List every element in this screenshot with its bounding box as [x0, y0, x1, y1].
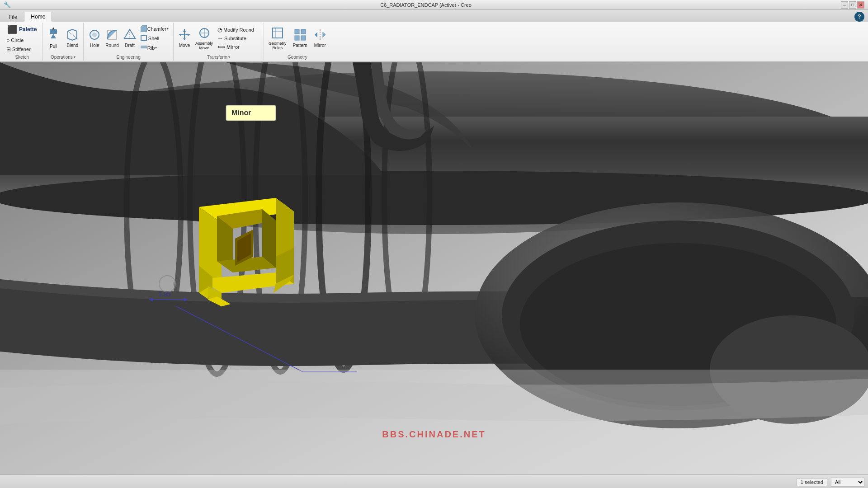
ribbon-tabs: File Home ?: [0, 10, 868, 22]
ribbon-content: ⬛ Palette ○ Circle ⊟ Stiffener Sketch: [0, 22, 868, 61]
close-button[interactable]: ✕: [857, 1, 864, 9]
geometry-rules-button[interactable]: GeometryRules: [267, 26, 288, 51]
draft-button[interactable]: Draft: [122, 28, 138, 49]
pull-label: Pull: [50, 44, 57, 49]
svg-rect-29: [295, 36, 299, 40]
titlebar-title: C6_RADIATOR_ENDCAP (Active) - Creo: [11, 2, 841, 8]
sketch-group-label[interactable]: Sketch: [5, 54, 39, 61]
engineering-group-label[interactable]: Engineering: [86, 54, 170, 61]
svg-marker-18: [183, 38, 186, 40]
rib-icon: [141, 44, 147, 52]
svg-rect-27: [295, 29, 299, 34]
stiffener-label: Stiffener: [12, 47, 31, 52]
geometry-rules-label: GeometryRules: [269, 41, 287, 50]
pattern-icon: [294, 28, 307, 42]
ribbon-group-transform: Move AssemblyMove ◔ Modify Round ↔: [174, 23, 264, 61]
round-icon: [106, 28, 118, 42]
geometry-group-label[interactable]: Geometry: [267, 54, 328, 61]
svg-rect-30: [301, 36, 306, 40]
draft-label: Draft: [125, 43, 135, 48]
svg-text:Minor: Minor: [231, 109, 251, 117]
pull-button[interactable]: Pull: [45, 27, 61, 50]
minimize-button[interactable]: ─: [841, 1, 848, 9]
svg-marker-33: [323, 32, 326, 38]
svg-marker-11: [141, 25, 147, 32]
svg-marker-32: [315, 32, 317, 38]
svg-marker-3: [52, 28, 55, 29]
mirror-geometry-button[interactable]: Mirror: [312, 28, 328, 49]
mirror-geometry-label: Mirror: [314, 43, 326, 48]
modify-round-icon: ◔: [217, 27, 222, 33]
svg-marker-19: [179, 33, 181, 36]
circle-button[interactable]: ○ Circle: [5, 36, 25, 44]
ribbon-group-geometry: GeometryRules Pattern Mirror Geometry: [264, 23, 331, 61]
titlebar-app-icon: 🔧: [4, 1, 11, 8]
ribbon-group-operations: Pull Blend Operations ▾: [42, 23, 84, 61]
svg-rect-24: [273, 28, 283, 38]
mirror-geometry-icon: [314, 28, 326, 42]
svg-line-5: [68, 31, 77, 38]
chamfer-button[interactable]: Chamfer ▾: [139, 24, 170, 33]
pattern-label: Pattern: [293, 43, 307, 48]
circle-label: Circle: [11, 38, 24, 43]
svg-marker-17: [183, 29, 186, 32]
pull-icon: [47, 28, 60, 43]
rib-dropdown-arrow: ▾: [155, 46, 157, 50]
tab-file[interactable]: File: [2, 12, 24, 22]
svg-marker-20: [188, 33, 190, 36]
round-label: Round: [105, 43, 118, 48]
shell-button[interactable]: Shell: [139, 34, 170, 43]
minor-label: Minor: [226, 105, 276, 121]
scene-svg: 1.95 Minor BBS.CHINADE.NET: [0, 62, 868, 474]
svg-marker-1: [51, 34, 56, 38]
viewport[interactable]: 1.95 Minor BBS.CHINADE.NET: [0, 62, 868, 474]
move-label: Move: [179, 43, 190, 48]
geometry-rules-icon: [271, 27, 284, 40]
ribbon: File Home ? ⬛ Palette ○ Circle ⊟ Stiffen…: [0, 10, 868, 62]
transform-group-label[interactable]: Transform ▾: [176, 54, 261, 61]
svg-rect-0: [50, 29, 57, 34]
assembly-move-label: AssemblyMove: [195, 41, 213, 50]
palette-button[interactable]: ⬛ Palette: [5, 23, 39, 35]
draft-icon: [123, 28, 136, 42]
palette-label: Palette: [19, 26, 37, 33]
blend-button[interactable]: Blend: [64, 28, 80, 49]
tab-home[interactable]: Home: [24, 12, 52, 22]
hole-button[interactable]: Hole: [86, 28, 103, 49]
chamfer-dropdown-arrow: ▾: [167, 27, 169, 31]
blend-icon: [66, 28, 79, 42]
circle-icon: ○: [6, 37, 9, 43]
move-icon: [178, 28, 191, 42]
palette-icon: ⬛: [7, 24, 17, 34]
restore-button[interactable]: □: [849, 1, 856, 9]
titlebar: 🔧 C6_RADIATOR_ENDCAP (Active) - Creo ─ □…: [0, 0, 868, 10]
operations-dropdown-arrow: ▾: [74, 55, 75, 59]
help-button[interactable]: ?: [854, 12, 864, 22]
shell-icon: [141, 35, 147, 42]
substitute-icon: ↔: [217, 35, 223, 42]
round-button[interactable]: Round: [104, 28, 120, 49]
ribbon-group-engineering: Hole Round Draft: [84, 23, 174, 61]
pattern-button[interactable]: Pattern: [291, 28, 309, 49]
substitute-button[interactable]: ↔ Substitute: [216, 34, 256, 42]
operations-group-label[interactable]: Operations ▾: [45, 54, 80, 61]
statusbar: 1 selected All Solids Surfaces Edges: [0, 474, 868, 488]
rib-button[interactable]: Rib ▾: [139, 43, 170, 52]
chamfer-icon: [141, 25, 147, 33]
stiffener-button[interactable]: ⊟ Stiffener: [5, 45, 33, 53]
stiffener-icon: ⊟: [6, 46, 11, 52]
move-button[interactable]: Move: [176, 28, 193, 49]
filter-dropdown[interactable]: All Solids Surfaces Edges: [831, 478, 864, 487]
transform-dropdown-arrow: ▾: [228, 55, 230, 59]
assembly-move-icon: [198, 27, 211, 40]
hole-label: Hole: [90, 43, 99, 48]
modify-round-button[interactable]: ◔ Modify Round: [216, 26, 256, 34]
ribbon-group-sketch: ⬛ Palette ○ Circle ⊟ Stiffener Sketch: [2, 23, 42, 61]
assembly-move-button[interactable]: AssemblyMove: [193, 26, 215, 51]
mirror-transform-icon: ⟺: [217, 44, 225, 50]
svg-point-7: [92, 33, 97, 37]
mirror-transform-button[interactable]: ⟺ Mirror: [216, 43, 256, 51]
selected-status: 1 selected: [797, 478, 827, 486]
titlebar-controls: ─ □ ✕: [841, 1, 864, 9]
svg-rect-12: [141, 35, 146, 41]
